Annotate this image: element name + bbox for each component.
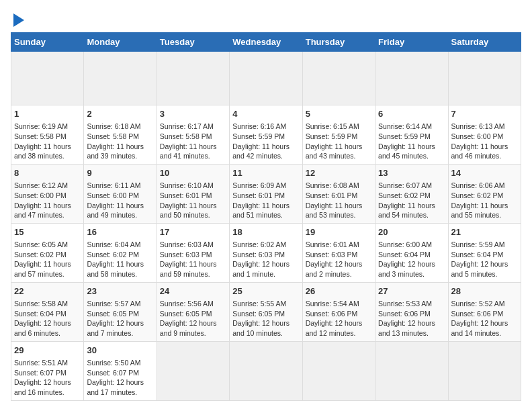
sunset-text: Sunset: 6:06 PM (306, 310, 358, 318)
sunset-text: Sunset: 6:01 PM (232, 191, 285, 199)
calendar-cell: 7Sunrise: 6:13 AMSunset: 6:00 PMDaylight… (448, 105, 521, 165)
day-number: 16 (87, 226, 153, 238)
sunrise-text: Sunrise: 6:15 AM (306, 122, 359, 130)
sunrise-text: Sunrise: 5:53 AM (378, 300, 432, 308)
day-number: 15 (14, 226, 81, 238)
day-number: 13 (378, 167, 445, 179)
calendar-cell: 13Sunrise: 6:07 AMSunset: 6:02 PMDayligh… (375, 164, 448, 223)
calendar-cell: 10Sunrise: 6:10 AMSunset: 6:01 PMDayligh… (157, 164, 229, 223)
logo (11, 11, 24, 27)
header-tuesday: Tuesday (157, 33, 229, 52)
calendar-cell: 30Sunrise: 5:50 AMSunset: 6:07 PMDayligh… (84, 341, 157, 400)
sunrise-text: Sunrise: 5:57 AM (87, 300, 140, 308)
daylight-text: Daylight: 12 hours and 13 minutes. (378, 319, 435, 337)
sunset-text: Sunset: 6:04 PM (14, 310, 66, 318)
daylight-text: Daylight: 12 hours and 2 minutes. (306, 260, 363, 278)
calendar-cell (375, 52, 448, 105)
day-number: 1 (14, 108, 81, 120)
daylight-text: Daylight: 11 hours and 55 minutes. (451, 201, 508, 220)
sunrise-text: Sunrise: 6:07 AM (378, 181, 432, 189)
calendar-cell: 12Sunrise: 6:08 AMSunset: 6:01 PMDayligh… (302, 164, 375, 223)
sunset-text: Sunset: 6:01 PM (306, 191, 358, 199)
sunset-text: Sunset: 6:05 PM (232, 310, 285, 318)
daylight-text: Daylight: 11 hours and 42 minutes. (232, 142, 290, 161)
calendar-cell: 27Sunrise: 5:53 AMSunset: 6:06 PMDayligh… (375, 282, 448, 341)
sunset-text: Sunset: 6:07 PM (87, 369, 139, 377)
sunset-text: Sunset: 5:59 PM (378, 132, 431, 140)
calendar-cell (302, 341, 375, 400)
sunrise-text: Sunrise: 6:17 AM (160, 122, 214, 130)
daylight-text: Daylight: 11 hours and 50 minutes. (160, 201, 217, 220)
sunset-text: Sunset: 6:02 PM (14, 250, 66, 259)
calendar-table: SundayMondayTuesdayWednesdayThursdayFrid… (11, 32, 521, 401)
day-number: 22 (14, 285, 81, 298)
day-number: 24 (160, 285, 226, 298)
day-number: 20 (378, 226, 445, 238)
sunrise-text: Sunrise: 6:16 AM (232, 122, 286, 130)
calendar-cell (375, 341, 448, 400)
sunrise-text: Sunrise: 6:02 AM (232, 240, 286, 248)
day-number: 30 (87, 345, 153, 357)
sunset-text: Sunset: 5:59 PM (232, 132, 285, 140)
sunset-text: Sunset: 6:00 PM (451, 132, 504, 140)
sunrise-text: Sunrise: 6:12 AM (14, 181, 68, 189)
calendar-cell (157, 52, 229, 105)
day-number: 21 (451, 226, 518, 238)
day-number: 29 (14, 345, 81, 357)
daylight-text: Daylight: 12 hours and 9 minutes. (160, 319, 217, 337)
daylight-text: Daylight: 12 hours and 14 minutes. (451, 319, 508, 337)
sunset-text: Sunset: 6:05 PM (160, 310, 212, 318)
daylight-text: Daylight: 11 hours and 51 minutes. (232, 201, 290, 220)
sunset-text: Sunset: 6:02 PM (87, 250, 139, 259)
calendar-cell: 14Sunrise: 6:06 AMSunset: 6:02 PMDayligh… (448, 164, 521, 223)
daylight-text: Daylight: 11 hours and 49 minutes. (87, 201, 144, 220)
day-number: 14 (451, 167, 518, 179)
sunset-text: Sunset: 6:07 PM (14, 369, 66, 377)
daylight-text: Daylight: 12 hours and 6 minutes. (14, 319, 71, 337)
calendar-cell (11, 52, 84, 105)
day-number: 28 (451, 285, 518, 298)
daylight-text: Daylight: 11 hours and 46 minutes. (451, 142, 508, 161)
day-number: 12 (306, 167, 372, 179)
calendar-cell (302, 52, 375, 105)
sunrise-text: Sunrise: 6:05 AM (14, 240, 68, 248)
calendar-cell: 18Sunrise: 6:02 AMSunset: 6:03 PMDayligh… (230, 223, 302, 282)
sunrise-text: Sunrise: 5:58 AM (14, 300, 68, 308)
sunrise-text: Sunrise: 6:10 AM (160, 181, 214, 189)
daylight-text: Daylight: 11 hours and 59 minutes. (160, 260, 217, 278)
day-number: 8 (14, 167, 81, 179)
sunrise-text: Sunrise: 6:11 AM (87, 181, 140, 189)
calendar-cell: 5Sunrise: 6:15 AMSunset: 5:59 PMDaylight… (302, 105, 375, 165)
sunrise-text: Sunrise: 6:19 AM (14, 122, 68, 130)
daylight-text: Daylight: 12 hours and 5 minutes. (451, 260, 508, 278)
daylight-text: Daylight: 12 hours and 1 minute. (232, 260, 290, 278)
daylight-text: Daylight: 11 hours and 53 minutes. (306, 201, 363, 220)
week-row-3: 15Sunrise: 6:05 AMSunset: 6:02 PMDayligh… (11, 223, 521, 282)
sunrise-text: Sunrise: 6:18 AM (87, 122, 140, 130)
calendar-cell (84, 52, 157, 105)
calendar-cell: 3Sunrise: 6:17 AMSunset: 5:58 PMDaylight… (157, 105, 229, 165)
sunset-text: Sunset: 5:58 PM (160, 132, 212, 140)
day-number: 5 (306, 108, 372, 120)
day-number: 9 (87, 167, 153, 179)
sunset-text: Sunset: 6:03 PM (160, 250, 212, 259)
sunrise-text: Sunrise: 6:04 AM (87, 240, 140, 248)
sunrise-text: Sunrise: 5:55 AM (232, 300, 286, 308)
day-number: 18 (232, 226, 299, 238)
sunrise-text: Sunrise: 6:13 AM (451, 122, 505, 130)
calendar-cell (448, 52, 521, 105)
sunset-text: Sunset: 6:02 PM (378, 191, 431, 199)
page-header (11, 11, 521, 27)
header-saturday: Saturday (448, 33, 521, 52)
calendar-cell: 6Sunrise: 6:14 AMSunset: 5:59 PMDaylight… (375, 105, 448, 165)
sunset-text: Sunset: 6:03 PM (306, 250, 358, 259)
calendar-cell: 16Sunrise: 6:04 AMSunset: 6:02 PMDayligh… (84, 223, 157, 282)
day-number: 4 (232, 108, 299, 120)
sunrise-text: Sunrise: 5:51 AM (14, 359, 68, 367)
daylight-text: Daylight: 11 hours and 38 minutes. (14, 142, 71, 161)
week-row-1: 1Sunrise: 6:19 AMSunset: 5:58 PMDaylight… (11, 105, 521, 165)
sunset-text: Sunset: 6:00 PM (87, 191, 139, 199)
week-row-0 (11, 52, 521, 105)
daylight-text: Daylight: 11 hours and 57 minutes. (14, 260, 71, 278)
day-number: 23 (87, 285, 153, 298)
